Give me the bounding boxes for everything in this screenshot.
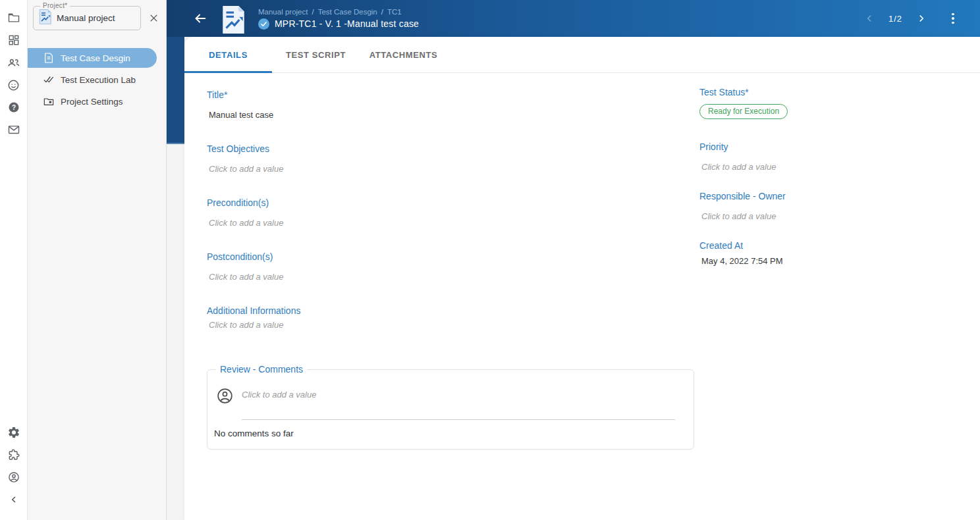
more-options-icon[interactable] <box>944 9 962 28</box>
comment-input[interactable]: Click to add a value <box>242 387 675 420</box>
field-preconditions: Precondition(s) Click to add a value <box>207 197 699 228</box>
field-label: Additional Informations <box>207 305 699 316</box>
postconditions-placeholder[interactable]: Click to add a value <box>207 272 699 282</box>
comment-placeholder: Click to add a value <box>242 390 316 400</box>
users-icon[interactable] <box>5 54 22 71</box>
double-check-icon <box>43 74 54 85</box>
field-label: Responsible - Owner <box>699 191 937 201</box>
review-comments-legend: Review - Comments <box>216 364 307 375</box>
sidebar: Project* Manual project Test Case Desgin <box>28 0 167 520</box>
next-page-icon[interactable] <box>912 9 931 28</box>
additional-informations-placeholder[interactable]: Click to add a value <box>207 320 699 330</box>
topbar: Manual project / Test Case Desgin / TC1 … <box>167 0 980 37</box>
field-label: Priority <box>699 142 937 152</box>
help-icon[interactable]: ? <box>5 99 22 116</box>
back-arrow-icon[interactable] <box>191 9 209 28</box>
breadcrumb-separator: / <box>381 8 383 16</box>
field-title: Title* Manual test case <box>207 90 699 120</box>
no-comments-text: No comments so far <box>207 420 694 438</box>
field-postconditions: Postcondition(s) Click to add a value <box>207 251 699 282</box>
sidebar-item-project-settings[interactable]: Project Settings <box>28 91 166 111</box>
breadcrumb-project[interactable]: Manual project <box>258 8 308 16</box>
close-project-icon[interactable] <box>145 10 162 27</box>
form-right-column: Test Status* Ready for Execution Priorit… <box>699 73 937 450</box>
icon-rail: ? <box>0 0 28 520</box>
support-icon[interactable] <box>5 76 22 93</box>
field-label: Precondition(s) <box>207 197 699 208</box>
test-status-badge[interactable]: Ready for Execution <box>699 104 788 119</box>
settings-icon[interactable] <box>5 424 22 441</box>
details-form: Title* Manual test case Test Objectives … <box>184 73 980 450</box>
field-label: Test Objectives <box>207 143 699 154</box>
project-select-value: Manual project <box>57 13 115 23</box>
field-test-status: Test Status* Ready for Execution <box>699 87 937 119</box>
decorative-strip <box>167 37 184 144</box>
page-title: MPR-TC1 - V. 1 -Manual test case <box>275 18 419 29</box>
tab-bar: DETAILS TEST SCRIPT ATTACHMENTS <box>184 37 980 73</box>
tab-attachments[interactable]: ATTACHMENTS <box>360 37 447 72</box>
avatar-icon <box>216 387 234 405</box>
field-responsible-owner: Responsible - Owner Click to add a value <box>699 191 937 221</box>
extensions-icon[interactable] <box>5 446 22 463</box>
svg-text:?: ? <box>11 104 15 111</box>
field-additional-informations: Additional Informations Click to add a v… <box>207 305 699 330</box>
document-icon <box>43 53 54 63</box>
breadcrumb-section[interactable]: Test Case Desgin <box>318 8 377 16</box>
tab-test-script[interactable]: TEST SCRIPT <box>272 37 360 72</box>
main-area: Manual project / Test Case Desgin / TC1 … <box>167 0 980 520</box>
field-test-objectives: Test Objectives Click to add a value <box>207 143 699 174</box>
field-created-at: Created At May 4, 2022 7:54 PM <box>699 240 937 266</box>
review-comments-section: Review - Comments Click to add a value N… <box>207 369 694 450</box>
status-check-icon <box>258 18 269 30</box>
project-select-label: Project* <box>40 2 70 9</box>
prev-page-icon[interactable] <box>859 9 879 28</box>
priority-placeholder[interactable]: Click to add a value <box>699 162 937 172</box>
header-texts: Manual project / Test Case Desgin / TC1 … <box>258 8 419 30</box>
folder-settings-icon <box>43 96 54 107</box>
field-label: Title* <box>207 90 699 100</box>
breadcrumb-item[interactable]: TC1 <box>387 8 402 16</box>
test-objectives-placeholder[interactable]: Click to add a value <box>207 164 699 174</box>
app-window: ? Project* Manual project <box>0 0 980 520</box>
topbar-actions: 1/2 <box>859 9 980 28</box>
field-label: Test Status* <box>699 87 937 97</box>
breadcrumb-separator: / <box>312 8 313 16</box>
page-counter: 1/2 <box>888 14 902 24</box>
sidebar-nav: Test Case Desgin Test Execution Lab Proj… <box>28 48 166 111</box>
sidebar-item-test-execution-lab[interactable]: Test Execution Lab <box>28 70 166 90</box>
field-label: Created At <box>699 240 937 251</box>
tab-details[interactable]: DETAILS <box>184 37 272 72</box>
breadcrumb: Manual project / Test Case Desgin / TC1 <box>258 8 419 16</box>
responsible-owner-placeholder[interactable]: Click to add a value <box>699 211 937 221</box>
preconditions-placeholder[interactable]: Click to add a value <box>207 218 699 228</box>
project-select[interactable]: Project* Manual project <box>33 6 141 30</box>
field-priority: Priority Click to add a value <box>699 142 937 172</box>
test-case-doc-icon <box>221 5 245 34</box>
collapse-icon[interactable] <box>5 491 22 508</box>
account-icon[interactable] <box>5 469 22 486</box>
created-at-value: May 4, 2022 7:54 PM <box>699 256 937 266</box>
details-card: DETAILS TEST SCRIPT ATTACHMENTS Title* M… <box>184 37 980 520</box>
folder-icon[interactable] <box>5 9 22 26</box>
mail-icon[interactable] <box>5 121 22 138</box>
project-doc-icon <box>39 9 51 27</box>
field-label: Postcondition(s) <box>207 251 699 262</box>
dashboard-icon[interactable] <box>5 32 22 49</box>
content-area: DETAILS TEST SCRIPT ATTACHMENTS Title* M… <box>167 37 980 520</box>
sidebar-item-label: Test Case Desgin <box>61 53 130 63</box>
title-value[interactable]: Manual test case <box>207 110 699 120</box>
sidebar-item-label: Test Execution Lab <box>61 75 136 85</box>
sidebar-item-test-case-design[interactable]: Test Case Desgin <box>28 48 157 68</box>
sidebar-item-label: Project Settings <box>61 97 123 107</box>
form-left-column: Title* Manual test case Test Objectives … <box>207 73 699 450</box>
